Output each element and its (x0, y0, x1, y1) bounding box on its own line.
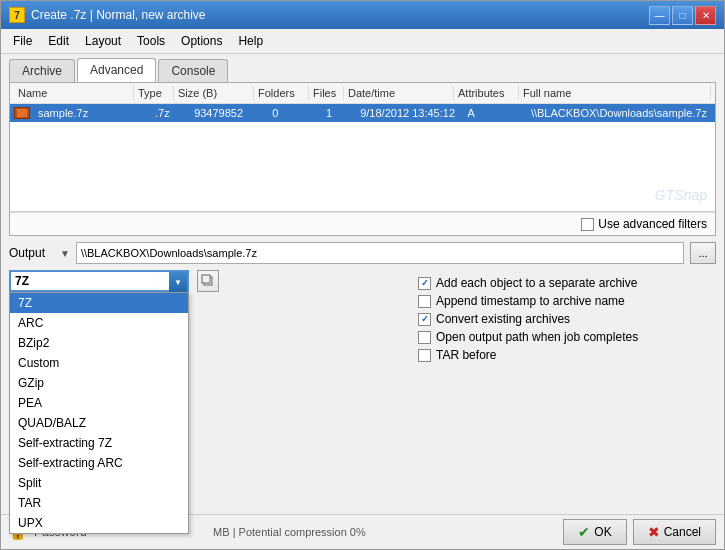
option-tar-before: TAR before (418, 348, 708, 362)
main-window: 7 Create .7z | Normal, new archive — □ ✕… (0, 0, 725, 550)
file-type-icon (14, 107, 30, 119)
title-bar-left: 7 Create .7z | Normal, new archive (9, 7, 206, 23)
dropdown-item-split[interactable]: Split (10, 473, 188, 493)
output-path-input[interactable] (76, 242, 684, 264)
option-convert-existing: Convert existing archives (418, 312, 708, 326)
dropdown-item-sfx7z[interactable]: Self-extracting 7Z (10, 433, 188, 453)
open-output-label: Open output path when job completes (436, 330, 638, 344)
dropdown-item-custom[interactable]: Custom (10, 353, 188, 373)
option-add-each: Add each object to a separate archive (418, 276, 708, 290)
dropdown-item-sfxarc[interactable]: Self-extracting ARC (10, 453, 188, 473)
tabs-bar: Archive Advanced Console (1, 54, 724, 82)
dropdown-item-upx[interactable]: UPX (10, 513, 188, 533)
title-bar: 7 Create .7z | Normal, new archive — □ ✕ (1, 1, 724, 29)
format-select-container: 7Z ▼ 7Z ARC BZip2 Custom GZip PEA QUAD/B… (9, 270, 189, 292)
advanced-filter-checkbox[interactable] (581, 218, 594, 231)
menu-layout[interactable]: Layout (77, 31, 129, 51)
dropdown-item-bzip2[interactable]: BZip2 (10, 333, 188, 353)
file-type: .7z (151, 107, 190, 119)
close-button[interactable]: ✕ (695, 6, 716, 25)
convert-existing-checkbox[interactable] (418, 313, 431, 326)
file-list-header: Name Type Size (B) Folders Files Date/ti… (10, 83, 715, 104)
dropdown-item-pea[interactable]: PEA (10, 393, 188, 413)
format-dropdown-list: 7Z ARC BZip2 Custom GZip PEA QUAD/BALZ S… (9, 292, 189, 534)
col-header-folders: Folders (254, 86, 309, 100)
tar-before-label: TAR before (436, 348, 496, 362)
dropdown-item-tar[interactable]: TAR (10, 493, 188, 513)
copy-button[interactable] (197, 270, 219, 292)
advanced-filter-row: Use advanced filters (10, 212, 715, 235)
dropdown-item-7z[interactable]: 7Z (10, 293, 188, 313)
col-header-files: Files (309, 86, 344, 100)
file-datetime: 9/18/2012 13:45:12 (356, 107, 463, 119)
append-timestamp-label: Append timestamp to archive name (436, 294, 625, 308)
dropdown-item-arc[interactable]: ARC (10, 313, 188, 333)
svg-rect-1 (202, 275, 210, 283)
format-row: 7Z ▼ 7Z ARC BZip2 Custom GZip PEA QUAD/B… (9, 270, 319, 292)
tab-archive[interactable]: Archive (9, 59, 75, 82)
format-selected-value: 7Z (15, 274, 29, 288)
col-header-name: Name (14, 86, 134, 100)
options-panel: Add each object to a separate archive Ap… (418, 276, 708, 366)
ok-button[interactable]: ✔ OK (563, 519, 626, 545)
col-header-fullname: Full name (519, 86, 711, 100)
watermark: GTSnap (655, 187, 707, 203)
tab-console[interactable]: Console (158, 59, 228, 82)
append-timestamp-checkbox[interactable] (418, 295, 431, 308)
menu-help[interactable]: Help (230, 31, 271, 51)
dropdown-item-gzip[interactable]: GZip (10, 373, 188, 393)
ok-label: OK (594, 525, 611, 539)
title-buttons: — □ ✕ (649, 6, 716, 25)
format-dropdown-arrow[interactable]: ▼ (169, 272, 187, 292)
output-arrow-icon: ▼ (60, 248, 70, 259)
format-select-display[interactable]: 7Z ▼ (9, 270, 189, 292)
bottom-buttons: ✔ OK ✖ Cancel (563, 519, 716, 545)
tab-advanced[interactable]: Advanced (77, 58, 156, 82)
app-icon: 7 (9, 7, 25, 23)
tar-before-checkbox[interactable] (418, 349, 431, 362)
dropdown-item-quad[interactable]: QUAD/BALZ (10, 413, 188, 433)
cancel-label: Cancel (664, 525, 701, 539)
menu-bar: File Edit Layout Tools Options Help (1, 29, 724, 54)
file-name: sample.7z (34, 107, 151, 119)
option-open-output: Open output path when job completes (418, 330, 708, 344)
file-files: 1 (322, 107, 356, 119)
open-output-checkbox[interactable] (418, 331, 431, 344)
browse-button[interactable]: ... (690, 242, 716, 264)
cancel-button[interactable]: ✖ Cancel (633, 519, 716, 545)
col-header-datetime: Date/time (344, 86, 454, 100)
status-text: MB | Potential compression 0% (213, 526, 555, 538)
output-label: Output (9, 246, 54, 260)
menu-tools[interactable]: Tools (129, 31, 173, 51)
col-header-attrs: Attributes (454, 86, 519, 100)
file-list-area: Name Type Size (B) Folders Files Date/ti… (10, 83, 715, 212)
file-size: 93479852 (190, 107, 268, 119)
main-content: Name Type Size (B) Folders Files Date/ti… (9, 82, 716, 236)
col-header-type: Type (134, 86, 174, 100)
add-each-checkbox[interactable] (418, 277, 431, 290)
file-attrs: A (463, 107, 526, 119)
file-folders: 0 (268, 107, 322, 119)
col-header-size: Size (B) (174, 86, 254, 100)
window-title: Create .7z | Normal, new archive (31, 8, 206, 22)
advanced-filter-label: Use advanced filters (598, 217, 707, 231)
menu-options[interactable]: Options (173, 31, 230, 51)
table-row[interactable]: sample.7z .7z 93479852 0 1 9/18/2012 13:… (10, 104, 715, 122)
form-options-area: Output ▼ ... 7Z ▼ 7Z (1, 236, 724, 514)
option-append-timestamp: Append timestamp to archive name (418, 294, 708, 308)
file-fullname: \\BLACKBOX\Downloads\sample.7z (527, 107, 711, 119)
ok-icon: ✔ (578, 524, 590, 540)
output-row: Output ▼ ... (9, 242, 716, 264)
maximize-button[interactable]: □ (672, 6, 693, 25)
convert-existing-label: Convert existing archives (436, 312, 570, 326)
cancel-icon: ✖ (648, 524, 660, 540)
minimize-button[interactable]: — (649, 6, 670, 25)
add-each-label: Add each object to a separate archive (436, 276, 637, 290)
menu-file[interactable]: File (5, 31, 40, 51)
menu-edit[interactable]: Edit (40, 31, 77, 51)
